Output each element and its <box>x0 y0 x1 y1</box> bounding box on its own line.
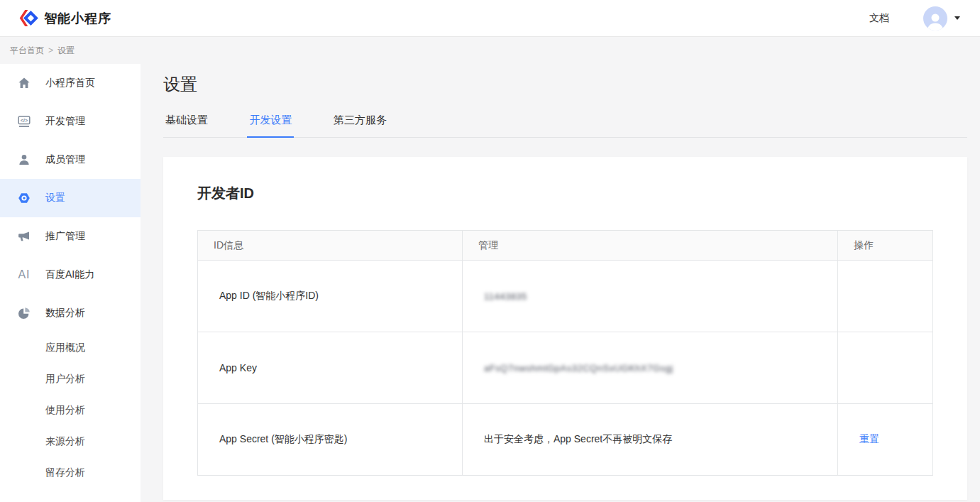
settings-tabs: 基础设置 开发设置 第三方服务 <box>163 114 967 138</box>
sidebar-subitem-usage-analysis[interactable]: 使用分析 <box>0 395 141 426</box>
sidebar-item-baidu-ai[interactable]: AI 百度AI能力 <box>0 256 141 294</box>
sidebar-item-settings[interactable]: 设置 <box>0 179 141 217</box>
sidebar-item-label: 设置 <box>45 192 65 204</box>
section-title: 开发者ID <box>197 184 933 203</box>
svg-text:</>: </> <box>21 118 28 123</box>
tab-third-party-services[interactable]: 第三方服务 <box>331 114 389 136</box>
breadcrumb: 平台首页 > 设置 <box>0 37 980 64</box>
user-icon <box>923 9 947 31</box>
docs-link[interactable]: 文档 <box>869 12 889 25</box>
app-logo[interactable]: 智能小程序 <box>17 9 111 28</box>
megaphone-icon <box>17 229 31 244</box>
breadcrumb-separator: > <box>48 45 53 55</box>
home-icon <box>17 76 31 90</box>
sidebar-item-member-management[interactable]: 成员管理 <box>0 141 141 179</box>
logo-icon <box>17 9 38 28</box>
sidebar-subitem-retention-analysis[interactable]: 留存分析 <box>0 457 141 489</box>
reset-app-secret-link[interactable]: 重置 <box>859 433 879 444</box>
app-key-action-cell <box>838 332 933 404</box>
member-icon <box>17 153 31 167</box>
pie-chart-icon <box>17 306 31 320</box>
app-key-label: App Key <box>198 332 463 404</box>
settings-icon <box>17 191 31 205</box>
app-secret-label: App Secret (智能小程序密匙) <box>198 404 463 476</box>
table-header-row: ID信息 管理 操作 <box>198 231 933 261</box>
breadcrumb-platform-home[interactable]: 平台首页 <box>10 45 44 57</box>
table-row-app-key: App Key aFsQ7nwshmtGpAs32CQnSxUGKhX7Gsgj <box>198 332 933 404</box>
tab-basic-settings[interactable]: 基础设置 <box>163 114 210 136</box>
tab-dev-settings[interactable]: 开发设置 <box>247 114 294 138</box>
sidebar-item-miniprogram-home[interactable]: 小程序首页 <box>0 64 141 102</box>
avatar[interactable] <box>923 6 947 31</box>
developer-id-card: 开发者ID ID信息 管理 操作 App ID (智能小程序ID) 114438… <box>163 157 967 500</box>
header-right: 文档 <box>869 6 960 31</box>
app-id-value: 11443835 <box>484 291 527 302</box>
chevron-down-icon[interactable] <box>954 16 960 20</box>
app-header: 智能小程序 文档 <box>0 0 980 37</box>
sidebar-item-label: 数据分析 <box>45 307 85 320</box>
sidebar-item-label: 推广管理 <box>45 230 85 243</box>
sidebar: 小程序首页 </> 开发管理 成员管理 <box>0 64 141 502</box>
sidebar-item-promotion-management[interactable]: 推广管理 <box>0 217 141 256</box>
app-secret-value: 出于安全考虑，App Secret不再被明文保存 <box>462 404 837 476</box>
breadcrumb-current: 设置 <box>57 45 75 57</box>
col-header-action: 操作 <box>838 231 933 261</box>
app-key-value: aFsQ7nwshmtGpAs32CQnSxUGKhX7Gsgj <box>484 363 673 373</box>
sidebar-item-label: 百度AI能力 <box>45 268 94 281</box>
sidebar-subitem-source-analysis[interactable]: 来源分析 <box>0 426 141 457</box>
developer-id-table: ID信息 管理 操作 App ID (智能小程序ID) 11443835 App… <box>197 230 933 476</box>
col-header-management: 管理 <box>462 231 837 261</box>
table-row-app-secret: App Secret (智能小程序密匙) 出于安全考虑，App Secret不再… <box>198 404 933 476</box>
table-row-app-id: App ID (智能小程序ID) 11443835 <box>198 261 933 332</box>
logo-text: 智能小程序 <box>44 10 111 27</box>
sidebar-subitem-app-overview[interactable]: 应用概况 <box>0 332 141 364</box>
sidebar-item-data-analysis[interactable]: 数据分析 <box>0 294 141 332</box>
main-content: 设置 基础设置 开发设置 第三方服务 开发者ID ID信息 管理 操作 <box>141 64 980 502</box>
app-id-action-cell <box>838 261 933 332</box>
sidebar-item-label: 成员管理 <box>45 153 85 166</box>
page-title: 设置 <box>163 72 967 97</box>
col-header-id-info: ID信息 <box>198 231 463 261</box>
sidebar-subitem-user-analysis[interactable]: 用户分析 <box>0 364 141 395</box>
sidebar-item-dev-management[interactable]: </> 开发管理 <box>0 102 141 141</box>
sidebar-item-label: 开发管理 <box>45 115 85 128</box>
sidebar-item-label: 小程序首页 <box>45 77 95 89</box>
ai-icon: AI <box>17 268 31 282</box>
code-icon: </> <box>17 114 31 129</box>
app-id-label: App ID (智能小程序ID) <box>198 261 463 332</box>
